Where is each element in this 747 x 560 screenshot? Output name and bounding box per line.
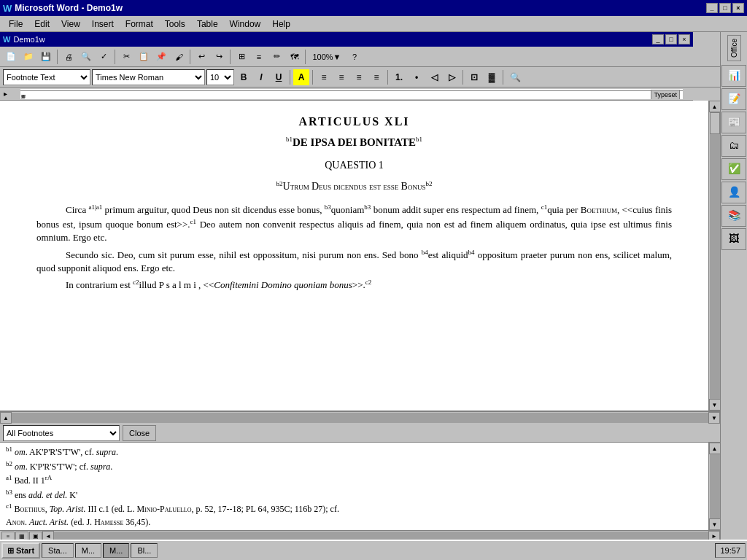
paragraph-2: Secundo sic. Deo, cum sit purum esse, ni… [36, 248, 672, 276]
new-button[interactable]: 📄 [3, 49, 19, 65]
taskbar-item-4[interactable]: Bl... [131, 543, 158, 558]
scroll-down-arrow[interactable]: ▼ [709, 399, 721, 411]
doc-minimize[interactable]: _ [652, 34, 664, 44]
sep2 [115, 50, 115, 64]
fn-scroll-up[interactable]: ▲ [0, 412, 12, 424]
paragraph-3: In contrarium est c2illud P s a l m i , … [36, 278, 672, 292]
bullets-button[interactable]: • [409, 69, 425, 85]
footnote-line-2: b2 om. K'P'R'S'T'W'; cf. supra. [6, 460, 703, 473]
open-button[interactable]: 📁 [20, 49, 36, 65]
office-icon-5[interactable]: ✅ [721, 158, 746, 180]
columns-button[interactable]: ≡ [251, 49, 267, 65]
drawing-button[interactable]: ✏ [268, 49, 285, 65]
doc-maximize[interactable]: □ [665, 34, 677, 44]
sep5 [305, 50, 306, 64]
highlight-button[interactable]: A [293, 69, 309, 85]
menu-window[interactable]: Window [224, 18, 267, 31]
style-dropdown[interactable]: Footnote Text [3, 69, 90, 85]
start-icon: ⊞ [7, 546, 14, 556]
border-button[interactable]: ⊡ [466, 69, 482, 85]
paste-button[interactable]: 📌 [153, 49, 169, 65]
fn-vscroll-up[interactable]: ▲ [709, 443, 721, 454]
footnote-close-button[interactable]: Close [123, 425, 156, 441]
print-button[interactable]: 🖨 [61, 49, 77, 65]
align-center[interactable]: ≡ [333, 69, 349, 85]
preview-button[interactable]: 🔍 [78, 49, 94, 65]
office-tab[interactable]: Office [727, 35, 741, 61]
office-icon-3[interactable]: 📰 [721, 112, 746, 133]
zoom-dropdown[interactable]: 100%▼ [309, 49, 345, 65]
menu-tools[interactable]: Tools [159, 18, 191, 31]
menu-help[interactable]: Help [266, 18, 296, 31]
sep4 [230, 50, 231, 64]
cut-button[interactable]: ✂ [118, 49, 134, 65]
footnote-content: b1 om. AK'P'R'S'T'W', cf. supra. b2 om. … [0, 443, 708, 530]
menu-insert[interactable]: Insert [86, 18, 120, 31]
bold-button[interactable]: B [236, 69, 252, 85]
search-button[interactable]: 🔍 [506, 69, 525, 85]
fn-vscroll-track[interactable] [710, 454, 720, 518]
copy-button[interactable]: 📋 [136, 49, 152, 65]
fn-scroll-track[interactable] [12, 413, 708, 423]
taskbar-item-2[interactable]: M... [75, 543, 101, 558]
footnote-line-1: b1 om. AK'P'R'S'T'W', cf. supra. [6, 446, 703, 459]
table-button[interactable]: ⊞ [233, 49, 249, 65]
ruler: ▸ 1 · 2 · 3 · 4 · 5 · 6 · 7 [0, 88, 693, 101]
doc-title-bar: W Demo1w _ □ × [0, 32, 693, 47]
align-right[interactable]: ≡ [351, 69, 367, 85]
save-button[interactable]: 💾 [38, 49, 54, 65]
menu-bar: File Edit View Insert Format Tools Table… [0, 16, 747, 32]
docmap-button[interactable]: 🗺 [286, 49, 302, 65]
scroll-track[interactable] [710, 112, 720, 399]
typeset-button[interactable]: Typeset [651, 90, 680, 99]
fn-scroll-down[interactable]: ▼ [708, 412, 720, 424]
font-dropdown[interactable]: Times New Roman [92, 69, 205, 85]
scroll-thumb[interactable] [710, 112, 720, 134]
fn-vscroll-down[interactable]: ▼ [709, 518, 721, 530]
scroll-up-arrow[interactable]: ▲ [709, 101, 721, 112]
title-bar: W Microsoft Word - Demo1w _ □ × [0, 0, 747, 16]
outdent-button[interactable]: ◁ [426, 69, 442, 85]
doc-subtitle: b1DE IPSA DEI BONITATEb1 [36, 136, 672, 149]
maximize-button[interactable]: □ [719, 3, 731, 13]
office-icon-4[interactable]: 🗂 [721, 135, 746, 157]
undo-button[interactable]: ↩ [193, 49, 209, 65]
formatpaint-button[interactable]: 🖌 [171, 49, 187, 65]
doc-close[interactable]: × [678, 34, 690, 44]
menu-view[interactable]: View [55, 18, 86, 31]
size-dropdown[interactable]: 10 [206, 69, 234, 85]
start-button[interactable]: ⊞ Start [1, 542, 40, 559]
doc-body: Circa a1|a1 primum arguitur, quod Deus n… [36, 203, 672, 292]
office-icon-2[interactable]: 📝 [721, 88, 746, 110]
close-button[interactable]: × [732, 3, 744, 13]
footnote-toolbar: All Footnotes Close [0, 424, 720, 443]
align-justify[interactable]: ≡ [368, 69, 384, 85]
menu-edit[interactable]: Edit [28, 18, 55, 31]
footnote-dropdown[interactable]: All Footnotes [3, 425, 120, 441]
numbering-button[interactable]: 1. [391, 69, 407, 85]
italic-button[interactable]: I [253, 69, 269, 85]
office-icon-6[interactable]: 👤 [721, 182, 746, 203]
menu-format[interactable]: Format [120, 18, 159, 31]
section-sup-pre: b2 [276, 180, 283, 187]
menu-table[interactable]: Table [191, 18, 224, 31]
format-toolbar: Footnote Text Times New Roman 10 B I U A… [0, 67, 720, 88]
underline-button[interactable]: U [271, 69, 287, 85]
align-left[interactable]: ≡ [316, 69, 332, 85]
doc-title: Demo1w [13, 35, 44, 44]
spellcheck-button[interactable]: ✓ [96, 49, 112, 65]
shading-button[interactable]: ▓ [484, 69, 500, 85]
redo-button[interactable]: ↪ [211, 49, 227, 65]
indent-button[interactable]: ▷ [444, 69, 460, 85]
help-button[interactable]: ? [347, 49, 363, 65]
footnote-line-4: b3 ens add. et del. K' [6, 489, 703, 502]
taskbar-item-3[interactable]: M... [103, 543, 129, 558]
minimize-button[interactable]: _ [706, 3, 718, 13]
office-icon-7[interactable]: 📚 [721, 205, 746, 227]
taskbar-item-1[interactable]: Sta... [42, 543, 74, 558]
right-panel: Office 📊 📝 📰 🗂 ✅ 👤 📚 🖼 [720, 32, 747, 542]
fn-vscrollbar: ▲ ▼ [708, 443, 720, 530]
office-icon-1[interactable]: 📊 [721, 65, 746, 87]
menu-file[interactable]: File [3, 18, 28, 31]
office-icon-8[interactable]: 🖼 [721, 228, 746, 250]
